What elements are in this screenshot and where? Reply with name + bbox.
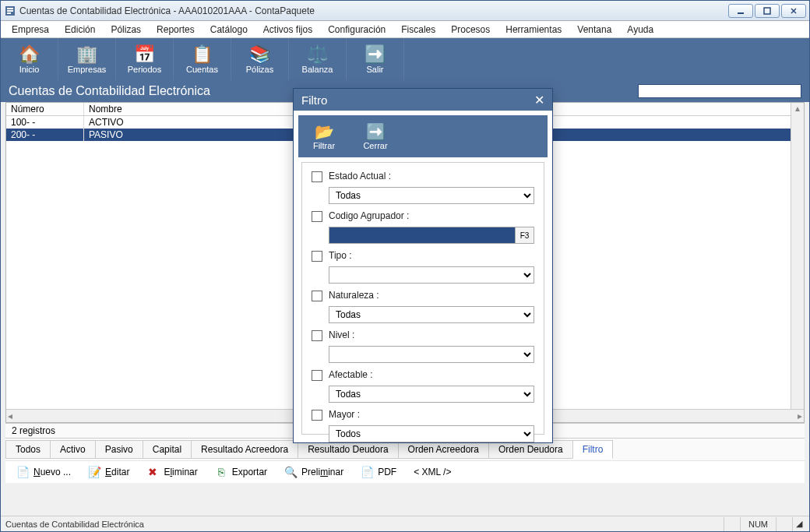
toolbar-label: Balanza [302, 65, 333, 74]
toolbar-cuentas[interactable]: 📋 Cuentas [174, 38, 231, 80]
menu-herramientas[interactable]: Herramientas [499, 23, 568, 37]
tab-resultado-acreedora[interactable]: Resultado Acreedora [191, 440, 298, 459]
tab-pasivo[interactable]: Pasivo [95, 440, 143, 459]
select-tipo[interactable] [329, 266, 534, 284]
select-nivel[interactable] [329, 346, 534, 363]
label-mayor: Mayor : [329, 409, 534, 420]
preview-icon: 🔍 [284, 466, 297, 478]
tab-filtro[interactable]: Filtro [572, 440, 614, 459]
tab-activo[interactable]: Activo [50, 440, 96, 459]
tab-todos[interactable]: Todos [5, 440, 51, 459]
action-nuevo[interactable]: 📄 Nuevo ... [16, 466, 71, 478]
exit-icon: ➡️ [366, 122, 386, 141]
menu-procesos[interactable]: Procesos [445, 23, 496, 37]
svg-rect-5 [764, 8, 770, 14]
dialog-body: Estado Actual : Todas Codigo Agrupador :… [301, 162, 544, 435]
dialog-title: Filtro [301, 93, 327, 107]
checkbox-naturaleza[interactable] [312, 291, 322, 301]
toolbar-salir[interactable]: ➡️ Salir [347, 38, 404, 80]
excel-icon: ⎘ [215, 466, 227, 478]
status-cell [724, 517, 740, 531]
label-estado: Estado Actual : [329, 171, 534, 181]
action-xml[interactable]: < XML /> [414, 467, 451, 477]
dialog-close-icon[interactable]: ✕ [534, 93, 544, 107]
list-icon: 📋 [192, 44, 213, 65]
f3-button[interactable]: F3 [516, 227, 534, 244]
search-input[interactable] [638, 84, 801, 98]
edit-icon: 📝 [88, 466, 100, 478]
folder-icon: 📂 [315, 122, 334, 141]
checkbox-mayor[interactable] [312, 410, 322, 421]
select-naturaleza[interactable]: Todas [329, 306, 534, 323]
dialog-titlebar[interactable]: Filtro ✕ [294, 89, 552, 111]
toolbar-label: Cuentas [186, 65, 218, 74]
resize-grip[interactable]: ◢ [792, 517, 805, 531]
minimize-button[interactable] [728, 4, 753, 18]
buildings-icon: 🏢 [76, 44, 97, 65]
input-codigo[interactable] [329, 227, 516, 244]
field-tipo: Tipo : [312, 250, 534, 284]
action-label: PDF [378, 467, 396, 477]
select-afectable[interactable]: Todas [329, 386, 534, 403]
toolbar-label: Periodos [128, 65, 161, 74]
close-button[interactable] [781, 4, 806, 18]
menu-ayuda[interactable]: Ayuda [621, 23, 660, 37]
select-mayor[interactable]: Todos [329, 425, 534, 442]
window-title: Cuentas de Contabilidad Electrónica - AA… [19, 5, 728, 16]
svg-rect-2 [7, 10, 13, 12]
action-editar[interactable]: 📝 Editar [88, 466, 129, 478]
toolbar-label: Inicio [19, 65, 40, 74]
svg-rect-3 [7, 12, 11, 14]
books-icon: 📚 [249, 44, 270, 65]
tab-capital[interactable]: Capital [143, 440, 192, 459]
maximize-button[interactable] [755, 4, 780, 18]
toolbar-inicio[interactable]: 🏠 Inicio [1, 38, 58, 80]
dialog-cerrar-button[interactable]: ➡️ Cerrar [350, 115, 401, 157]
vertical-scrollbar[interactable]: ▴ [791, 103, 804, 409]
menu-edicion[interactable]: Edición [58, 23, 101, 37]
menu-reportes[interactable]: Reportes [150, 23, 201, 37]
checkbox-afectable[interactable] [312, 370, 322, 381]
menu-polizas[interactable]: Pólizas [104, 23, 147, 37]
action-preliminar[interactable]: 🔍 Preliminar [284, 466, 343, 478]
menu-ventana[interactable]: Ventana [571, 23, 618, 37]
action-bar: 📄 Nuevo ... 📝 Editar ✖ Eliminar ⎘ Export… [5, 460, 805, 483]
pdf-icon: 📄 [361, 466, 373, 478]
field-estado: Estado Actual : Todas [312, 171, 534, 204]
delete-icon: ✖ [146, 466, 159, 478]
toolbar-label: Pólizas [246, 65, 273, 74]
toolbar-polizas[interactable]: 📚 Pólizas [231, 38, 289, 80]
action-label: < XML /> [414, 467, 451, 477]
menu-empresa[interactable]: Empresa [5, 23, 55, 37]
menu-configuracion[interactable]: Configuración [322, 23, 392, 37]
menu-activos-fijos[interactable]: Activos fijos [257, 23, 319, 37]
select-estado[interactable]: Todas [329, 187, 534, 204]
scales-icon: ⚖️ [307, 44, 328, 65]
section-title: Cuentas de Contabilidad Electrónica [9, 84, 210, 98]
checkbox-tipo[interactable] [312, 251, 322, 262]
svg-rect-4 [738, 12, 744, 14]
label-naturaleza: Naturaleza : [329, 290, 534, 301]
window-controls [728, 4, 806, 18]
checkbox-codigo[interactable] [312, 211, 322, 222]
calendar-icon: 📅 [134, 44, 155, 65]
checkbox-nivel[interactable] [312, 330, 322, 341]
action-pdf[interactable]: 📄 PDF [361, 466, 396, 478]
status-num: NUM [740, 517, 776, 531]
action-eliminar[interactable]: ✖ Eliminar [146, 466, 197, 478]
checkbox-estado[interactable] [312, 171, 322, 182]
toolbar-periodos[interactable]: 📅 Periodos [116, 38, 174, 80]
menu-catalogo[interactable]: Catálogo [204, 23, 254, 37]
action-label: Exportar [232, 467, 267, 477]
exit-icon: ➡️ [364, 44, 386, 65]
menubar: Empresa Edición Pólizas Reportes Catálog… [1, 21, 809, 38]
label-afectable: Afectable : [329, 369, 534, 380]
menu-fiscales[interactable]: Fiscales [395, 23, 442, 37]
toolbar-empresas[interactable]: 🏢 Empresas [58, 38, 116, 80]
home-icon: 🏠 [19, 44, 40, 65]
col-numero[interactable]: Número [6, 103, 84, 115]
dialog-filtrar-button[interactable]: 📂 Filtrar [298, 115, 350, 157]
app-icon [4, 5, 16, 17]
toolbar-balanza[interactable]: ⚖️ Balanza [289, 38, 347, 80]
action-exportar[interactable]: ⎘ Exportar [215, 466, 267, 478]
